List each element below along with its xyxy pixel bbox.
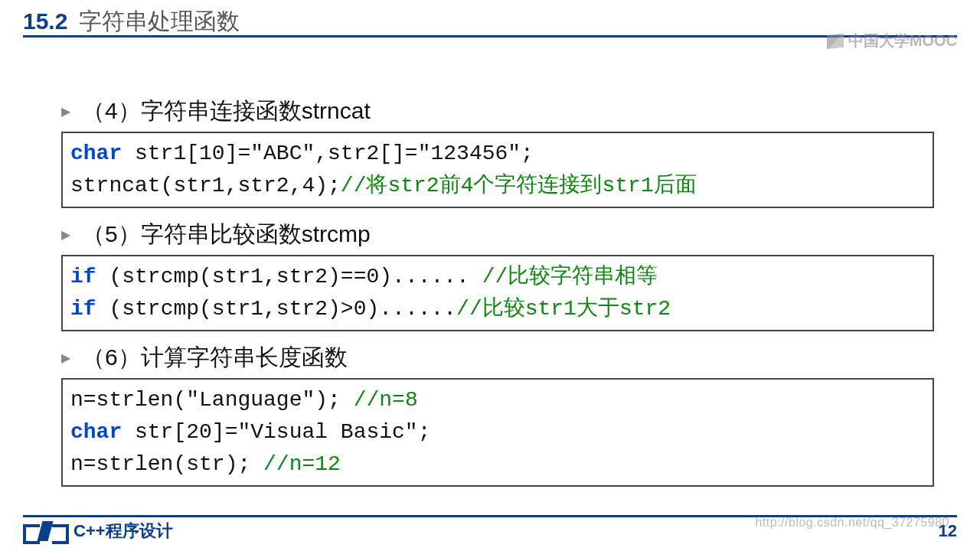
code-keyword: char [70,142,135,165]
code-comment: //将str2前4个字符连接到str1后面 [341,174,697,197]
code-keyword: char [70,420,135,444]
slide-page: 15.2 字符串处理函数 中国大学MOOC ▶（4）字符串连接函数strncat… [0,0,980,551]
logo-text: C++程序设计 [74,520,173,543]
bullet-row: ▶（5）字符串比较函数strcmp [61,219,934,250]
mooc-watermark: 中国大学MOOC [827,31,957,51]
code-line: strncat(str1,str2,4);//将str2前4个字符连接到str1… [70,170,925,202]
bullet-row: ▶（6）计算字符串长度函数 [61,342,934,373]
code-line: if (strcmp(str1,str2)>0)......//比较str1大于… [70,293,925,325]
code-line: char str[20]="Visual Basic"; [70,416,925,448]
logo-mark-icon [23,521,69,541]
cube-icon [827,33,844,48]
triangle-icon: ▶ [61,350,70,365]
triangle-icon: ▶ [61,227,70,242]
bullet-text: （6）计算字符串长度函数 [82,342,348,373]
bullet-text: （4）字符串连接函数strncat [82,96,371,127]
slide-footer: C++程序设计 12 [23,515,957,545]
code-text: strncat(str1,str2,4); [70,174,341,197]
code-text: n=strlen("Language"); [70,388,354,412]
code-box: char str1[10]="ABC",str2[]="123456";strn… [61,132,934,208]
code-comment: //n=8 [354,388,418,412]
course-logo: C++程序设计 [23,520,173,543]
slide-content: ▶（4）字符串连接函数strncatchar str1[10]="ABC",st… [61,88,934,497]
code-text: (strcmp(str1,str2)>0)...... [109,297,456,321]
code-keyword: if [70,297,109,321]
slide-header: 15.2 字符串处理函数 [23,6,957,37]
code-comment: //比较str1大于str2 [456,297,671,321]
triangle-icon: ▶ [61,104,70,119]
code-box: if (strcmp(str1,str2)==0)...... //比较字符串相… [61,255,934,331]
code-line: char str1[10]="ABC",str2[]="123456"; [70,138,925,170]
code-comment: //n=12 [263,452,341,476]
page-number: 12 [939,521,957,541]
code-line: n=strlen(str); //n=12 [70,448,925,481]
code-text: str[20]="Visual Basic"; [135,420,430,444]
watermark-text: 中国大学MOOC [848,31,957,51]
header-rule [23,35,957,37]
bullet-row: ▶（4）字符串连接函数strncat [61,96,934,127]
code-box: n=strlen("Language"); //n=8char str[20]=… [61,378,934,487]
section-number: 15.2 [23,8,67,34]
section-title: 字符串处理函数 [79,8,240,34]
code-text: n=strlen(str); [70,452,263,476]
code-line: n=strlen("Language"); //n=8 [70,384,925,416]
code-text: (strcmp(str1,str2)==0)...... [109,265,482,289]
code-keyword: if [70,265,109,289]
bullet-text: （5）字符串比较函数strcmp [82,219,371,250]
code-comment: //比较字符串相等 [482,265,658,289]
code-text: str1[10]="ABC",str2[]="123456"; [135,142,534,165]
code-line: if (strcmp(str1,str2)==0)...... //比较字符串相… [70,261,925,293]
